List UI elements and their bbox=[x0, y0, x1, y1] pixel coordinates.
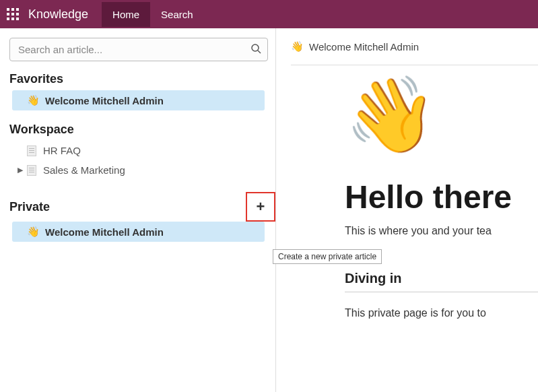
divider bbox=[291, 65, 538, 65]
sidebar-item-sales-marketing[interactable]: ▶ Sales & Marketing bbox=[12, 160, 265, 180]
svg-point-0 bbox=[252, 44, 259, 51]
workspace-heading: Workspace bbox=[9, 123, 270, 137]
nav-home[interactable]: Home bbox=[102, 2, 150, 27]
top-bar: Knowledge Home Search bbox=[0, 0, 538, 28]
brand-title[interactable]: Knowledge bbox=[28, 7, 88, 22]
wave-icon: 👋 bbox=[291, 40, 304, 53]
breadcrumb[interactable]: 👋 Welcome Mitchell Admin bbox=[291, 40, 538, 65]
wave-icon: 👋 bbox=[27, 226, 40, 238]
svg-line-1 bbox=[258, 51, 261, 53]
section-workspace: Workspace HR FAQ ▶ Sales & Marketing bbox=[9, 123, 270, 180]
hero-wave-icon: 👋 bbox=[345, 77, 538, 152]
private-heading: Private bbox=[9, 200, 246, 214]
article-title: Hello there bbox=[345, 178, 538, 216]
article-intro: This is where you and your tea bbox=[345, 225, 538, 237]
chevron-right-icon[interactable]: ▶ bbox=[18, 166, 27, 174]
doc-icon bbox=[27, 165, 36, 176]
add-private-article-button[interactable]: + bbox=[246, 192, 275, 222]
sidebar-item-label: Welcome Mitchell Admin bbox=[45, 226, 164, 238]
apps-icon[interactable] bbox=[7, 8, 19, 20]
breadcrumb-label: Welcome Mitchell Admin bbox=[309, 41, 419, 53]
plus-icon: + bbox=[257, 198, 265, 216]
favorites-heading: Favorites bbox=[9, 72, 270, 86]
section-body: This private page is for you to bbox=[345, 307, 538, 319]
search-input[interactable] bbox=[9, 38, 268, 61]
sidebar-item-label: HR FAQ bbox=[43, 145, 81, 156]
sidebar-item-favorite[interactable]: 👋 Welcome Mitchell Admin bbox=[12, 90, 265, 110]
section-private: Private + 👋 Welcome Mitchell Admin bbox=[9, 192, 270, 242]
search-icon[interactable] bbox=[250, 43, 261, 57]
doc-icon bbox=[27, 145, 36, 156]
wave-icon: 👋 bbox=[27, 94, 40, 106]
sidebar-item-label: Sales & Marketing bbox=[43, 164, 125, 176]
section-favorites: Favorites 👋 Welcome Mitchell Admin bbox=[9, 72, 270, 110]
article-content: 👋 Welcome Mitchell Admin 👋 Hello there T… bbox=[276, 28, 538, 392]
nav-search[interactable]: Search bbox=[150, 2, 204, 27]
main-area: Favorites 👋 Welcome Mitchell Admin Works… bbox=[0, 28, 538, 392]
section-heading-diving-in: Diving in bbox=[345, 271, 538, 286]
tooltip-create-private: Create a new private article bbox=[273, 249, 382, 264]
sidebar: Favorites 👋 Welcome Mitchell Admin Works… bbox=[0, 28, 276, 392]
sidebar-item-label: Welcome Mitchell Admin bbox=[45, 95, 164, 106]
divider bbox=[345, 292, 538, 292]
sidebar-item-private-welcome[interactable]: 👋 Welcome Mitchell Admin bbox=[12, 222, 265, 242]
search-wrap bbox=[9, 38, 268, 61]
sidebar-item-hr-faq[interactable]: HR FAQ bbox=[12, 141, 265, 160]
